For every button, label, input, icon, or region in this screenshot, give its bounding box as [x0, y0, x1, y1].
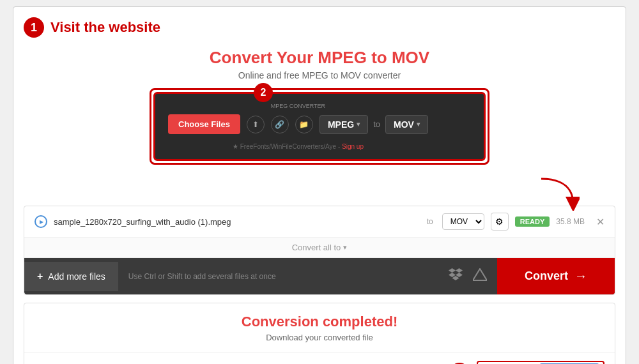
red-arrow-icon — [528, 172, 580, 211]
main-container: 1 Visit the website Convert Your MPEG to… — [13, 6, 626, 364]
completion-wrapper: Conversion completed! Download your conv… — [24, 303, 615, 364]
ready-badge: READY — [515, 216, 550, 227]
upload-icon[interactable]: ⬆ — [247, 116, 265, 133]
completion-title: Conversion completed! — [35, 314, 604, 330]
converter-small-text: ★ FreeFonts/WinFileConverters/Aye - Sign… — [168, 143, 428, 150]
add-files-button[interactable]: + Add more files — [24, 262, 118, 291]
folder-icon[interactable]: 📁 — [295, 116, 313, 133]
convert-button-wrapper: Convert → — [497, 258, 615, 294]
from-format-badge[interactable]: MPEG ▾ — [320, 115, 368, 134]
arrow-right-icon: → — [574, 269, 587, 284]
cloud-icons — [438, 268, 497, 284]
completion-panel: Conversion completed! Download your conv… — [24, 303, 615, 364]
format-display: MPEG ▾ to MOV ▾ — [320, 115, 428, 134]
convert-button[interactable]: Convert → — [499, 260, 613, 292]
action-bar: + Add more files Use Ctrl or Shift to ad… — [24, 258, 615, 294]
file-name: sample_1280x720_surfing_with_audio (1).m… — [54, 217, 420, 227]
plus-icon: + — [37, 271, 43, 282]
link-icon[interactable]: 🔗 — [271, 116, 289, 133]
converter-title: Convert Your MPEG to MOV — [24, 48, 615, 68]
step1-header: 1 Visit the website — [24, 17, 615, 38]
step2-badge: 2 — [254, 83, 273, 102]
format-select[interactable]: MOV MP4 AVI — [442, 213, 484, 230]
completed-file-row: sample_1280x720_surfing_with_audio-_1_.m… — [24, 353, 615, 364]
download-wrapper: MOV / 79.6 MB Download — [477, 361, 604, 364]
gdrive-icon[interactable] — [473, 268, 487, 284]
converter-bar-label: MPEG CONVERTER — [168, 103, 428, 109]
file-panel: sample_1280x720_surfing_with_audio (1).m… — [24, 206, 615, 295]
step1-title: Visit the website — [50, 19, 160, 36]
convert-all-row: Convert all to ▾ — [24, 238, 615, 258]
svg-marker-1 — [473, 269, 487, 280]
step1-badge: 1 — [24, 17, 44, 38]
file-row: sample_1280x720_surfing_with_audio (1).m… — [24, 206, 615, 238]
file-size: 35.8 MB — [556, 217, 585, 226]
converter-icons: ⬆ 🔗 📁 — [247, 116, 313, 133]
step2-section: 2 MPEG CONVERTER Choose Files ⬆ 🔗 📁 — [24, 88, 615, 165]
to-label: to — [427, 217, 433, 226]
converter-bar: MPEG CONVERTER Choose Files ⬆ 🔗 📁 MPEG — [153, 92, 486, 161]
file-panel-wrapper: sample_1280x720_surfing_with_audio (1).m… — [24, 206, 615, 295]
arrow-wrapper — [24, 172, 580, 211]
hint-text: Use Ctrl or Shift to add several files a… — [118, 272, 438, 281]
to-format-badge[interactable]: MOV ▾ — [385, 115, 428, 134]
play-icon — [35, 215, 47, 228]
dropbox-icon[interactable] — [449, 268, 463, 284]
chevron-down-icon: ▾ — [343, 243, 347, 252]
completion-subtitle: Download your converted file — [35, 333, 604, 342]
gear-button[interactable]: ⚙ — [491, 213, 509, 231]
choose-files-button[interactable]: Choose Files — [168, 114, 240, 134]
to-text: to — [373, 119, 380, 129]
completion-header: Conversion completed! Download your conv… — [24, 303, 615, 353]
converter-heading: Convert Your MPEG to MOV Online and free… — [24, 48, 615, 80]
converter-bar-border: MPEG CONVERTER Choose Files ⬆ 🔗 📁 MPEG — [150, 88, 489, 165]
signup-link[interactable]: Sign up — [342, 143, 364, 150]
converter-subtitle: Online and free MPEG to MOV converter — [24, 70, 615, 80]
step2-badge-wrapper: 2 — [254, 83, 273, 102]
close-button[interactable]: ✕ — [596, 216, 604, 228]
convert-all-text: Convert all to — [292, 243, 341, 252]
